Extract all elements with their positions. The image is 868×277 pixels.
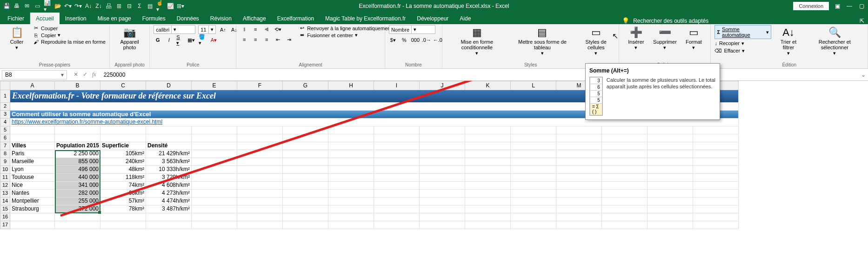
cell[interactable]: 341 000 — [55, 182, 100, 190]
border-button[interactable]: ▦▾ — [187, 36, 195, 44]
row-header-16[interactable]: 16 — [0, 213, 10, 221]
fill-button[interactable]: ↓Recopier▾ — [714, 40, 771, 46]
col-header-H[interactable]: H — [328, 81, 374, 90]
cell[interactable] — [648, 221, 693, 229]
cancel-formula-icon[interactable]: ✕ — [73, 71, 78, 78]
cell[interactable] — [192, 190, 237, 198]
row-header-5[interactable]: 5 — [0, 126, 10, 134]
row-header-1[interactable]: 1 — [0, 90, 10, 103]
cell[interactable] — [283, 198, 328, 205]
cell[interactable] — [237, 213, 283, 221]
cell[interactable] — [602, 126, 648, 134]
insert-cells-button[interactable]: ➕Insérer▾ — [623, 25, 649, 52]
cell[interactable]: 255 000 — [55, 198, 100, 205]
cell[interactable] — [283, 134, 328, 142]
cell[interactable] — [146, 126, 192, 134]
pivot-icon[interactable]: ⊞▾ — [177, 2, 184, 10]
cell[interactable] — [648, 150, 693, 158]
tab-file[interactable]: Fichier — [2, 13, 30, 24]
align-middle-icon[interactable]: ≡ — [251, 25, 260, 33]
tab-home[interactable]: Accueil — [30, 13, 60, 24]
cell[interactable] — [693, 158, 739, 166]
wrap-text-button[interactable]: ↩Renvoyer à la ligne automatiquement — [299, 25, 392, 31]
cell[interactable] — [374, 221, 420, 229]
sort-filter-button[interactable]: A↓Trier et filtrer▾ — [774, 25, 802, 58]
cell[interactable] — [237, 134, 283, 142]
cell[interactable] — [602, 174, 648, 182]
increase-decimal-icon[interactable]: .0→ — [422, 36, 431, 44]
cell[interactable] — [465, 134, 511, 142]
cell[interactable] — [693, 166, 739, 174]
clear-button[interactable]: ⌫Effacer▾ — [714, 48, 771, 54]
cell[interactable] — [465, 142, 511, 150]
cell[interactable] — [237, 142, 283, 150]
cell[interactable]: 48km² — [100, 166, 146, 174]
number-format-dropdown[interactable]: Nombre▾ — [389, 25, 435, 34]
cell[interactable] — [55, 126, 100, 134]
cell[interactable] — [328, 198, 374, 205]
cell[interactable] — [192, 174, 237, 182]
cell[interactable] — [374, 126, 420, 134]
row-header-14[interactable]: 14 — [0, 198, 10, 205]
cell[interactable] — [556, 142, 602, 150]
tab-view[interactable]: Affichage — [237, 13, 272, 24]
cell[interactable] — [100, 126, 146, 134]
cell[interactable] — [465, 182, 511, 190]
cell[interactable] — [328, 213, 374, 221]
cell[interactable] — [283, 126, 328, 134]
cell[interactable] — [420, 182, 465, 190]
cell[interactable] — [192, 213, 237, 221]
tab-review[interactable]: Révision — [205, 13, 237, 24]
row-header-11[interactable]: 11 — [0, 174, 10, 182]
align-center-icon[interactable]: ≡ — [251, 35, 260, 44]
cell[interactable] — [328, 221, 374, 229]
underline-button[interactable]: S ▾ — [176, 36, 184, 44]
cell[interactable]: Densité — [146, 142, 192, 150]
cell[interactable] — [556, 198, 602, 205]
cell[interactable] — [100, 213, 146, 221]
cell[interactable]: Population 2015 — [55, 142, 100, 150]
ribbon-display-icon[interactable]: ▣ — [834, 3, 841, 9]
font-size-dropdown[interactable]: 11▾ — [198, 25, 216, 34]
ungroup-icon[interactable]: ⊟ — [126, 2, 133, 10]
cell[interactable]: 240km² — [100, 158, 146, 166]
cell[interactable] — [420, 213, 465, 221]
cell[interactable]: 10 333h/km² — [146, 166, 192, 174]
cell[interactable]: 496 000 — [55, 166, 100, 174]
cell[interactable]: 4 474h/km² — [146, 198, 192, 205]
cell[interactable] — [420, 150, 465, 158]
col-header-G[interactable]: G — [283, 81, 328, 90]
cell[interactable] — [693, 134, 739, 142]
align-right-icon[interactable]: ≡ — [262, 35, 271, 44]
cell[interactable] — [283, 190, 328, 198]
row-header-10[interactable]: 10 — [0, 166, 10, 174]
fill-color-button[interactable]: 🪣▾ — [198, 36, 207, 44]
redo-icon[interactable]: ↷▾ — [74, 2, 82, 10]
cell[interactable]: Villes — [10, 142, 55, 150]
cell[interactable] — [328, 205, 374, 213]
minimize-icon[interactable]: — — [846, 3, 853, 9]
cell[interactable] — [511, 182, 556, 190]
col-header-K[interactable]: K — [465, 81, 511, 90]
cell[interactable] — [192, 198, 237, 205]
cell[interactable] — [283, 221, 328, 229]
cell[interactable] — [465, 126, 511, 134]
row-header-12[interactable]: 12 — [0, 182, 10, 190]
cell[interactable] — [602, 213, 648, 221]
cell[interactable] — [602, 182, 648, 190]
cell[interactable] — [648, 158, 693, 166]
cell[interactable] — [328, 158, 374, 166]
cell[interactable] — [420, 166, 465, 174]
cell[interactable] — [374, 134, 420, 142]
row-header-2[interactable]: 2 — [0, 103, 10, 111]
cell[interactable]: Marseille — [10, 158, 55, 166]
cell[interactable] — [511, 190, 556, 198]
cell[interactable] — [374, 190, 420, 198]
fx-icon[interactable]: fx — [92, 71, 96, 78]
cell[interactable]: 74km² — [100, 182, 146, 190]
cell[interactable] — [556, 134, 602, 142]
indent-decrease-icon[interactable]: ⇤ — [274, 35, 282, 44]
cell[interactable] — [602, 190, 648, 198]
cell[interactable] — [328, 134, 374, 142]
cell[interactable]: 855 000 — [55, 158, 100, 166]
